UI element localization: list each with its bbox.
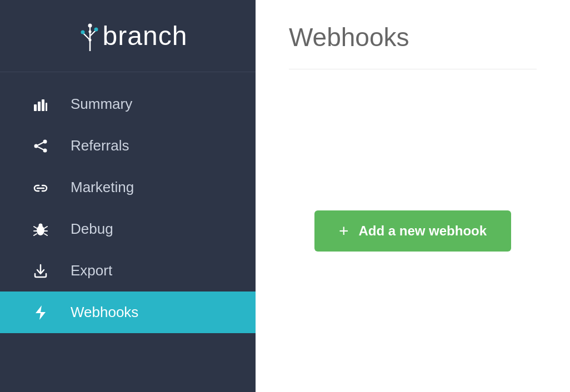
svg-rect-9	[34, 104, 37, 111]
svg-point-15	[43, 148, 47, 152]
svg-line-23	[34, 234, 37, 235]
svg-line-16	[38, 142, 43, 145]
sidebar-item-export-label: Export	[71, 262, 112, 279]
svg-point-14	[34, 144, 38, 148]
link-icon	[31, 181, 51, 194]
sidebar-item-summary[interactable]: Summary	[0, 83, 256, 125]
sidebar-item-summary-label: Summary	[71, 96, 132, 113]
export-icon	[31, 264, 51, 278]
sidebar-item-debug-label: Debug	[71, 220, 113, 238]
svg-point-5	[94, 28, 98, 32]
svg-point-4	[81, 31, 84, 34]
svg-rect-12	[46, 103, 47, 111]
logo: branch	[79, 21, 188, 51]
bug-icon	[31, 222, 51, 237]
logo-text: branch	[103, 21, 188, 51]
svg-line-17	[38, 147, 43, 149]
sidebar-item-webhooks-label: Webhooks	[71, 304, 138, 321]
bar-chart-icon	[31, 98, 51, 111]
sidebar-item-referrals[interactable]: Referrals	[0, 125, 256, 167]
svg-point-13	[43, 139, 47, 143]
svg-line-21	[34, 227, 37, 228]
sidebar-item-webhooks[interactable]: Webhooks	[0, 292, 256, 333]
add-webhook-button[interactable]: + Add a new webhook	[314, 210, 511, 252]
svg-rect-11	[42, 99, 44, 111]
svg-point-7	[88, 31, 91, 33]
svg-marker-28	[36, 305, 46, 320]
svg-point-6	[88, 24, 92, 28]
branch-tree-icon	[79, 21, 101, 51]
svg-line-26	[44, 234, 47, 235]
svg-point-20	[39, 223, 43, 227]
sidebar-item-marketing-label: Marketing	[71, 179, 134, 196]
share-icon	[31, 139, 51, 153]
svg-rect-10	[38, 102, 41, 111]
main-content: Webhooks + Add a new webhook	[256, 0, 570, 392]
svg-line-1	[83, 33, 90, 40]
page-title: Webhooks	[289, 22, 537, 52]
nav-items: Summary Referrals	[0, 72, 256, 392]
svg-point-8	[88, 39, 91, 42]
sidebar-item-export[interactable]: Export	[0, 250, 256, 292]
bolt-icon	[31, 305, 51, 320]
logo-area: branch	[0, 0, 256, 72]
sidebar-item-marketing[interactable]: Marketing	[0, 167, 256, 208]
sidebar-item-referrals-label: Referrals	[71, 137, 129, 154]
sidebar-item-debug[interactable]: Debug	[0, 208, 256, 250]
add-webhook-button-label: Add a new webhook	[358, 223, 487, 239]
page-header: Webhooks	[289, 0, 537, 69]
sidebar: branch Summary	[0, 0, 256, 392]
page-content: + Add a new webhook	[289, 69, 537, 392]
plus-icon: +	[339, 223, 349, 239]
svg-line-24	[44, 227, 47, 228]
